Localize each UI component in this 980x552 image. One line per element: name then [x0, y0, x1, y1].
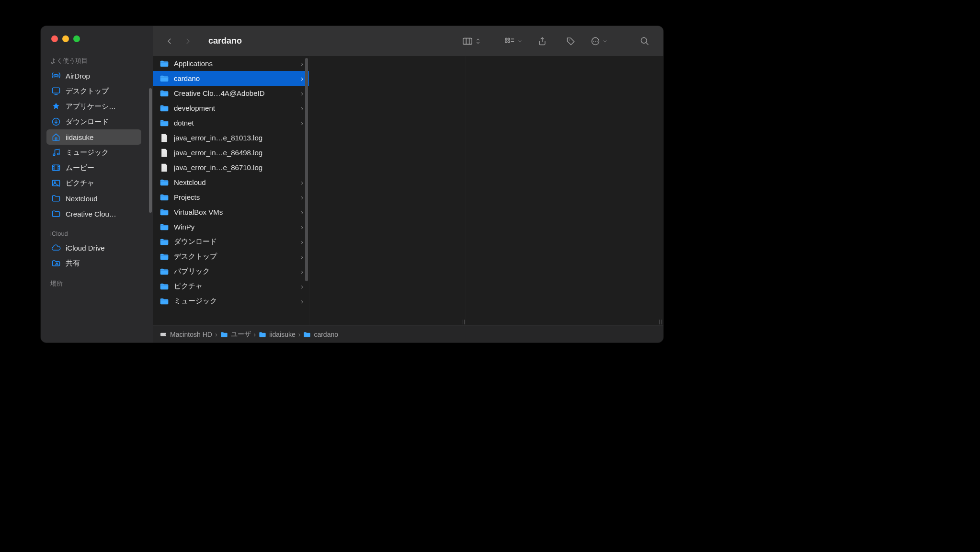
main-area: cardano: [153, 26, 663, 343]
file-row[interactable]: Applications›: [153, 56, 309, 71]
file-row[interactable]: ピクチャ›: [153, 279, 309, 294]
sidebar-item--[interactable]: アプリケーシ…: [46, 99, 141, 114]
folder-small-icon: [220, 331, 228, 338]
sidebar-item-icloud-drive[interactable]: iCloud Drive: [46, 240, 141, 255]
sidebar-item-label: Nextcloud: [66, 195, 98, 203]
file-row-label: ダウンロード: [174, 237, 296, 246]
file-row-label: VirtualBox VMs: [174, 208, 296, 216]
sidebar-item-airdrop[interactable]: AirDrop: [46, 68, 141, 83]
file-row[interactable]: VirtualBox VMs›: [153, 205, 309, 219]
chevron-right-icon: ›: [301, 223, 303, 231]
sidebar-item--[interactable]: ミュージック: [46, 145, 141, 160]
file-row[interactable]: WinPy›: [153, 219, 309, 234]
movies-icon: [51, 163, 61, 172]
path-segment[interactable]: iidaisuke: [259, 331, 295, 338]
file-row[interactable]: デスクトップ›: [153, 249, 309, 264]
path-segment-label: ユーザ: [231, 330, 251, 339]
column-scrollbar[interactable]: [305, 58, 308, 281]
music-icon: [51, 148, 61, 157]
file-row-label: パブリック: [174, 267, 296, 276]
file-row[interactable]: Projects›: [153, 190, 309, 205]
sidebar-item--[interactable]: ダウンロード: [46, 114, 141, 129]
sidebar-item-label: アプリケーシ…: [66, 102, 116, 111]
window-title: cardano: [208, 36, 242, 46]
sidebar-item-nextcloud[interactable]: Nextcloud: [46, 191, 141, 206]
folder-icon: [160, 297, 169, 306]
file-row-label: java_error_in…e_86710.log: [174, 163, 303, 172]
path-segment-label: Macintosh HD: [170, 331, 212, 338]
file-row[interactable]: Creative Clo…4A@AdobeID›: [153, 86, 309, 101]
downloads-icon: [51, 117, 61, 126]
sidebar-item-iidaisuke[interactable]: iidaisuke: [46, 129, 141, 145]
svg-point-0: [55, 75, 57, 77]
file-row[interactable]: ダウンロード›: [153, 234, 309, 249]
file-row[interactable]: LOGjava_error_in…e_86498.log: [153, 145, 309, 160]
share-button[interactable]: [533, 34, 551, 48]
folder-small-icon: [259, 331, 266, 338]
minimize-button[interactable]: [62, 35, 69, 42]
file-row[interactable]: LOGjava_error_in…e_86710.log: [153, 160, 309, 175]
airdrop-icon: [51, 71, 61, 80]
zoom-button[interactable]: [73, 35, 80, 42]
chevron-right-icon: ›: [301, 283, 303, 290]
sidebar-scrollbar[interactable]: [148, 26, 153, 343]
sidebar-item--[interactable]: ピクチャ: [46, 175, 141, 191]
path-separator: ›: [215, 331, 217, 338]
svg-text:LOG: LOG: [162, 154, 166, 156]
file-row[interactable]: Nextcloud›: [153, 175, 309, 190]
back-button[interactable]: [162, 34, 177, 48]
folder-icon: [160, 222, 169, 232]
sidebar-item-label: ムービー: [66, 163, 94, 172]
chevron-right-icon: ›: [301, 194, 303, 201]
group-button[interactable]: [504, 34, 523, 48]
view-mode-button[interactable]: [462, 34, 481, 48]
chevron-right-icon: ›: [301, 298, 303, 305]
path-segment[interactable]: cardano: [303, 331, 338, 338]
column-3: ||: [466, 56, 663, 325]
svg-point-41: [165, 334, 166, 335]
folder-icon: [160, 59, 169, 69]
shared-icon: [51, 258, 61, 268]
folder-icon: [160, 178, 169, 187]
folder-icon: [160, 252, 169, 262]
folder-icon: [160, 237, 169, 247]
chevron-right-icon: ›: [301, 90, 303, 97]
sidebar-item--[interactable]: デスクトップ: [46, 83, 141, 99]
forward-button[interactable]: [181, 34, 195, 48]
svg-rect-1: [53, 88, 60, 93]
svg-rect-21: [505, 38, 507, 40]
path-separator: ›: [254, 331, 256, 338]
file-row[interactable]: LOGjava_error_in…e_81013.log: [153, 130, 309, 145]
column-resize-handle[interactable]: ||: [461, 319, 466, 324]
sidebar-item--[interactable]: 共有: [46, 255, 141, 271]
path-segment[interactable]: ユーザ: [220, 330, 251, 339]
column-resize-handle[interactable]: ||: [659, 319, 663, 324]
search-button[interactable]: [636, 34, 654, 48]
sidebar-item-label: Creative Clou…: [66, 210, 116, 218]
sidebar-section-label: 場所: [46, 279, 153, 288]
sidebar-item-creative-clou-[interactable]: Creative Clou…: [46, 206, 141, 221]
finder-window: よく使う項目AirDropデスクトップアプリケーシ…ダウンロードiidaisuk…: [41, 26, 663, 343]
close-button[interactable]: [51, 35, 58, 42]
file-row[interactable]: ミュージック›: [153, 294, 309, 309]
path-segment[interactable]: Macintosh HD: [160, 331, 212, 338]
file-row-label: Projects: [174, 193, 296, 201]
chevron-right-icon: ›: [301, 104, 303, 112]
chevron-right-icon: ›: [301, 75, 303, 82]
tags-button[interactable]: [562, 34, 580, 48]
file-row[interactable]: cardano›: [153, 71, 309, 86]
sidebar-item-label: デスクトップ: [66, 87, 109, 96]
chevron-right-icon: ›: [301, 208, 303, 216]
actions-button[interactable]: [591, 34, 608, 48]
file-row[interactable]: dotnet›: [153, 115, 309, 130]
file-row[interactable]: development›: [153, 101, 309, 115]
sidebar-item--[interactable]: ムービー: [46, 160, 141, 175]
svg-rect-8: [53, 165, 60, 171]
file-row-label: cardano: [174, 74, 296, 82]
desktop-icon: [51, 86, 61, 96]
file-row[interactable]: パブリック›: [153, 264, 309, 279]
sidebar-item-label: ダウンロード: [66, 117, 109, 126]
svg-text:LOG: LOG: [162, 169, 166, 171]
sidebar-item-label: iidaisuke: [66, 133, 93, 141]
home-icon: [51, 132, 61, 142]
